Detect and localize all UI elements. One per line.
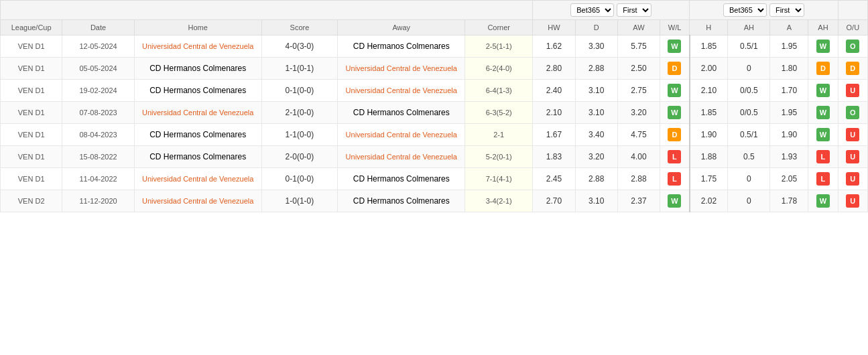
cell-a: 2.05 [770,168,808,190]
cell-a: 1.70 [770,80,808,102]
cell-away[interactable]: CD Hermanos Colmenares [338,36,465,58]
cell-a: 1.78 [770,190,808,212]
cell-d: 3.30 [575,36,617,58]
cell-ou: O [838,36,867,58]
cell-league: VEN D1 [1,36,62,58]
col-header-aw: AW [617,20,660,36]
cell-a: 1.95 [770,36,808,58]
cell-d: 3.10 [575,80,617,102]
cell-wl: W [660,102,690,124]
cell-date: 11-12-2020 [62,190,135,212]
table-row: VEN D1 12-05-2024 Universidad Central de… [1,36,868,58]
first-select-1[interactable]: First [617,3,652,17]
cell-ou: U [838,146,867,168]
filter-ou-empty [838,1,867,20]
cell-aw: 2.37 [617,190,660,212]
cell-ou: U [838,80,867,102]
cell-a: 1.95 [770,102,808,124]
cell-ah2: W [808,36,838,58]
cell-d: 3.40 [575,124,617,146]
col-header-ah2: AH [808,20,838,36]
cell-ah2: W [808,80,838,102]
cell-d: 3.20 [575,146,617,168]
col-header-a: A [770,20,808,36]
cell-away[interactable]: Universidad Central de Venezuela [338,146,465,168]
cell-wl: W [660,190,690,212]
table-row: VEN D1 11-04-2022 Universidad Central de… [1,168,868,190]
cell-a: 1.90 [770,124,808,146]
cell-corner: 6-4(1-3) [465,80,533,102]
cell-corner: 7-1(4-1) [465,168,533,190]
bet365-select-1[interactable]: Bet365 [570,3,614,17]
cell-ou: O [838,102,867,124]
col-header-hw: HW [533,20,575,36]
table-row: VEN D2 11-12-2020 Universidad Central de… [1,190,868,212]
table-row: VEN D1 08-04-2023 CD Hermanos Colmenares… [1,124,868,146]
cell-league: VEN D1 [1,146,62,168]
col-header-d: D [575,20,617,36]
cell-home[interactable]: CD Hermanos Colmenares [134,58,261,80]
cell-ah: 0 [728,168,770,190]
filter-group-2: Bet365 First [690,1,838,20]
table-row: VEN D1 05-05-2024 CD Hermanos Colmenares… [1,58,868,80]
cell-h: 1.90 [690,124,728,146]
filter-empty [1,1,533,20]
cell-hw: 1.62 [533,36,575,58]
cell-hw: 2.70 [533,190,575,212]
cell-away[interactable]: Universidad Central de Venezuela [338,80,465,102]
cell-ah2: L [808,168,838,190]
col-header-league: League/Cup [1,20,62,36]
col-header-away: Away [338,20,465,36]
matches-table: Bet365 First Bet365 First [0,0,868,212]
cell-away[interactable]: CD Hermanos Colmenares [338,168,465,190]
cell-ah2: W [808,124,838,146]
cell-home[interactable]: Universidad Central de Venezuela [134,36,261,58]
table-body: VEN D1 12-05-2024 Universidad Central de… [1,36,868,212]
col-header-corner: Corner [465,20,533,36]
cell-league: VEN D1 [1,58,62,80]
cell-league: VEN D1 [1,102,62,124]
cell-date: 15-08-2022 [62,146,135,168]
cell-away[interactable]: CD Hermanos Colmenares [338,190,465,212]
cell-score: 0-1(0-0) [261,80,338,102]
cell-wl: W [660,80,690,102]
col-header-score: Score [261,20,338,36]
cell-home[interactable]: CD Hermanos Colmenares [134,80,261,102]
cell-hw: 2.45 [533,168,575,190]
cell-score: 1-1(0-0) [261,124,338,146]
table-row: VEN D1 15-08-2022 CD Hermanos Colmenares… [1,146,868,168]
bet365-select-2[interactable]: Bet365 [723,3,767,17]
col-header-h: H [690,20,728,36]
cell-aw: 2.50 [617,58,660,80]
cell-ah: 0 [728,58,770,80]
first-select-2[interactable]: First [769,3,804,17]
cell-wl: L [660,168,690,190]
cell-away[interactable]: CD Hermanos Colmenares [338,102,465,124]
cell-wl: W [660,36,690,58]
cell-away[interactable]: Universidad Central de Venezuela [338,58,465,80]
cell-ou: U [838,124,867,146]
col-header-ou: O/U [838,20,867,36]
col-header-home: Home [134,20,261,36]
cell-date: 05-05-2024 [62,58,135,80]
cell-h: 1.75 [690,168,728,190]
cell-hw: 1.83 [533,146,575,168]
cell-home[interactable]: Universidad Central de Venezuela [134,102,261,124]
cell-ah2: W [808,102,838,124]
cell-home[interactable]: CD Hermanos Colmenares [134,124,261,146]
cell-ah: 0.5/1 [728,36,770,58]
cell-home[interactable]: Universidad Central de Venezuela [134,190,261,212]
cell-date: 07-08-2023 [62,102,135,124]
cell-aw: 4.75 [617,124,660,146]
cell-date: 11-04-2022 [62,168,135,190]
cell-away[interactable]: Universidad Central de Venezuela [338,124,465,146]
cell-hw: 2.10 [533,102,575,124]
cell-score: 2-0(0-0) [261,146,338,168]
cell-ou: U [838,168,867,190]
cell-hw: 2.80 [533,58,575,80]
filter-row: Bet365 First Bet365 First [1,1,868,20]
main-table-container: Bet365 First Bet365 First [0,0,868,212]
cell-corner: 5-2(0-1) [465,146,533,168]
cell-home[interactable]: CD Hermanos Colmenares [134,146,261,168]
cell-home[interactable]: Universidad Central de Venezuela [134,168,261,190]
